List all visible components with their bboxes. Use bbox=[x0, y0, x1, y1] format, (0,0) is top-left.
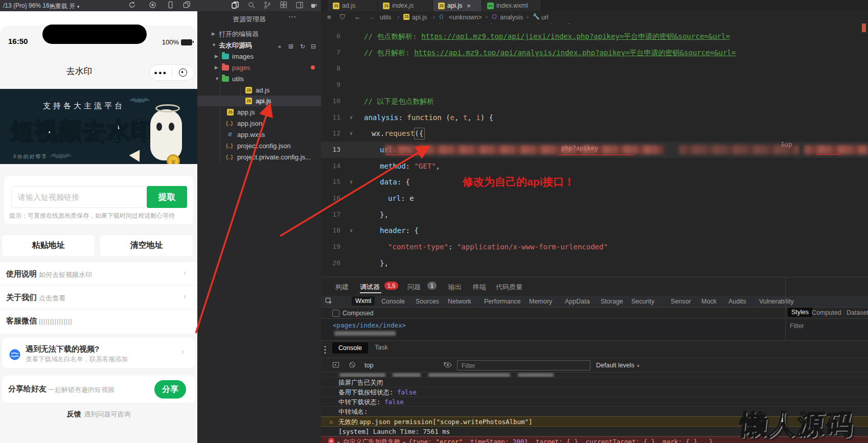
console-tab[interactable]: Console bbox=[332, 342, 368, 354]
console-log-row[interactable]: 备用下载按钮状态: false bbox=[321, 387, 868, 397]
console-log-row[interactable]: 中转下载状态: false bbox=[321, 397, 868, 407]
devtools-tab-network[interactable]: Network bbox=[448, 298, 471, 305]
close-icon[interactable]: × bbox=[467, 2, 471, 10]
clear-console-icon[interactable] bbox=[349, 361, 356, 370]
new-folder-icon[interactable]: ⊞ bbox=[288, 41, 293, 52]
element-picker-icon[interactable] bbox=[325, 297, 333, 307]
nav-back-icon[interactable]: ← bbox=[354, 13, 361, 21]
devtools-tab-memory[interactable]: Memory bbox=[529, 298, 552, 305]
breadcrumb-analysis[interactable]: analysis bbox=[500, 14, 523, 21]
composed-checkbox[interactable] bbox=[332, 310, 339, 317]
refresh-icon[interactable] bbox=[128, 1, 136, 10]
nav-forward-icon[interactable]: → bbox=[368, 13, 375, 21]
layout-panel-icon[interactable] bbox=[295, 1, 304, 11]
breadcrumb-unknown[interactable]: <unknown> bbox=[449, 14, 482, 21]
multi-window-icon[interactable] bbox=[183, 1, 191, 10]
new-file-icon[interactable]: ＋ bbox=[277, 41, 283, 52]
devtools-tab-sensor[interactable]: Sensor bbox=[671, 298, 691, 305]
list-item-about[interactable]: 关于我们 点击查看 › bbox=[0, 286, 197, 309]
file-app-wxss[interactable]: ᆯ app.wxss bbox=[197, 129, 321, 140]
folder-pages[interactable]: ▶ pages bbox=[197, 62, 321, 73]
panel-tab-debugger[interactable]: 调试器 bbox=[360, 283, 380, 292]
expand-triangle-icon[interactable]: ▶ bbox=[400, 440, 408, 443]
folder-utils[interactable]: ▼ utils bbox=[197, 74, 321, 84]
help-card[interactable]: 遇到无法下载的视频? 查看下载域名白名单，联系客服添加 › bbox=[2, 338, 195, 368]
tab-index-wxml[interactable]: <> index.wxml bbox=[482, 0, 541, 11]
more-actions-icon[interactable]: ⋯ bbox=[288, 12, 296, 21]
tab-api-js[interactable]: JS api.js × bbox=[433, 0, 482, 11]
wxml-tree[interactable]: <pages/index/index> bbox=[321, 319, 868, 341]
more-menu-button[interactable]: ●●● bbox=[150, 65, 172, 80]
fold-chevron-icon[interactable]: ∨ bbox=[348, 174, 355, 190]
panel-tab-terminal[interactable]: 终端 bbox=[473, 283, 486, 292]
breadcrumb-url[interactable]: url bbox=[541, 14, 549, 21]
coffee-icon[interactable] bbox=[310, 2, 317, 11]
panel-tab-build[interactable]: 构建 bbox=[335, 283, 349, 292]
file-ad-js[interactable]: JS ad.js bbox=[197, 85, 321, 96]
context-selector[interactable]: top bbox=[364, 362, 373, 369]
dataset-tab[interactable]: Dataset bbox=[847, 309, 868, 316]
kebab-menu-icon[interactable]: ••• bbox=[324, 345, 326, 354]
console-sidebar-icon[interactable] bbox=[332, 361, 339, 370]
tab-ad-js[interactable]: JS ad.js bbox=[328, 0, 378, 11]
extract-button[interactable]: 提取 bbox=[147, 186, 187, 208]
devtools-tab-mock[interactable]: Mock bbox=[701, 298, 717, 305]
hot-reload-toggle[interactable]: 热重载 开 ▾ bbox=[49, 2, 79, 11]
log-levels-dropdown[interactable]: Default levels ▼ bbox=[596, 362, 640, 369]
refresh-explorer-icon[interactable]: ↻ bbox=[300, 41, 305, 52]
devtools-tab-performance[interactable]: Performance bbox=[484, 298, 521, 305]
tab-index-js[interactable]: JS index.js bbox=[378, 0, 433, 11]
phone-icon[interactable] bbox=[167, 1, 174, 10]
devtools-tab-console[interactable]: Console bbox=[381, 298, 405, 305]
breadcrumb-utils[interactable]: utils bbox=[380, 14, 391, 21]
file-app-json[interactable]: {..} app.json bbox=[197, 118, 321, 129]
panel-tab-code-quality[interactable]: 代码质量 bbox=[496, 283, 522, 292]
devtools-tab-storage[interactable]: Storage bbox=[601, 298, 623, 305]
project-root-section[interactable]: ▼ 去水印源码 ＋ ⊞ ↻ ⊟ bbox=[197, 40, 321, 51]
list-item-usage[interactable]: 使用说明 如何去短视频水印 › bbox=[0, 262, 197, 286]
devtools-tab-wxml[interactable]: Wxml bbox=[352, 296, 375, 306]
console-filter-input[interactable]: Filter bbox=[457, 360, 590, 370]
list-item-wechat-support[interactable]: 客服微信 ||||||||||||||| bbox=[0, 309, 197, 333]
file-project-config[interactable]: {..} project.config.json bbox=[197, 141, 321, 151]
clear-address-button[interactable]: 清空地址 bbox=[100, 235, 193, 256]
collapse-all-icon[interactable]: ⊟ bbox=[311, 41, 316, 52]
code-editor[interactable]: 5 6 7 8 9 10 11 12 13 14 15 16 17 18 19 … bbox=[321, 24, 868, 277]
file-api-js-selected[interactable]: JS api.js bbox=[197, 96, 321, 106]
devtools-tab-vulnerability[interactable]: Vulnerability bbox=[759, 298, 794, 305]
feedback-row[interactable]: 反馈遇到问题可咨询 bbox=[0, 410, 197, 419]
fold-chevron-icon[interactable]: ∨ bbox=[348, 125, 355, 142]
console-log-row[interactable]: 插屏广告已关闭 bbox=[321, 378, 868, 387]
fold-chevron-icon[interactable]: ∨ bbox=[348, 109, 355, 126]
file-project-private-config[interactable]: {..} project.private.config.js... bbox=[197, 152, 321, 162]
outline-icon[interactable]: ≡ bbox=[327, 13, 331, 21]
open-editors-section[interactable]: ▶ 打开的编辑器 bbox=[197, 29, 321, 39]
devtools-tab-sources[interactable]: Sources bbox=[416, 298, 439, 305]
share-button[interactable]: 分享 bbox=[154, 380, 186, 399]
computed-tab[interactable]: Computed bbox=[812, 309, 841, 316]
styles-filter-input[interactable]: Filter bbox=[790, 322, 804, 330]
video-link-input[interactable]: 请输入短视频链接 提取 bbox=[11, 186, 187, 208]
record-stop-icon[interactable] bbox=[149, 1, 156, 10]
files-explorer-icon[interactable] bbox=[231, 1, 239, 11]
panel-tab-output[interactable]: 输出 bbox=[448, 283, 462, 292]
task-tab[interactable]: Task bbox=[375, 344, 388, 351]
bookmark-icon[interactable]: ⛉ bbox=[340, 13, 345, 21]
folder-images[interactable]: ▶ images bbox=[197, 51, 321, 62]
panel-tab-problems[interactable]: 问题 bbox=[407, 283, 421, 292]
paste-address-button[interactable]: 粘贴地址 bbox=[2, 235, 95, 256]
devtools-tab-appdata[interactable]: AppData bbox=[565, 298, 590, 305]
devtools-tab-audits[interactable]: Audits bbox=[728, 298, 746, 305]
git-branch-icon[interactable] bbox=[263, 1, 271, 11]
expand-triangle-icon[interactable]: ▶ bbox=[337, 440, 343, 443]
device-selector[interactable]: /13 (Pro) 96% 16 ▾ bbox=[3, 2, 54, 9]
devtools-tab-security[interactable]: Security bbox=[631, 298, 654, 305]
wxml-root-node[interactable]: <pages/index/index> bbox=[333, 321, 406, 329]
search-icon[interactable] bbox=[247, 1, 256, 11]
file-app-js[interactable]: JS app.js bbox=[197, 107, 321, 118]
breadcrumb-api-js[interactable]: api.js bbox=[412, 14, 427, 21]
exit-button[interactable] bbox=[172, 65, 194, 80]
extensions-icon[interactable] bbox=[280, 1, 288, 11]
eye-watch-icon[interactable] bbox=[444, 361, 452, 370]
fold-chevron-icon[interactable]: ∨ bbox=[348, 222, 355, 239]
